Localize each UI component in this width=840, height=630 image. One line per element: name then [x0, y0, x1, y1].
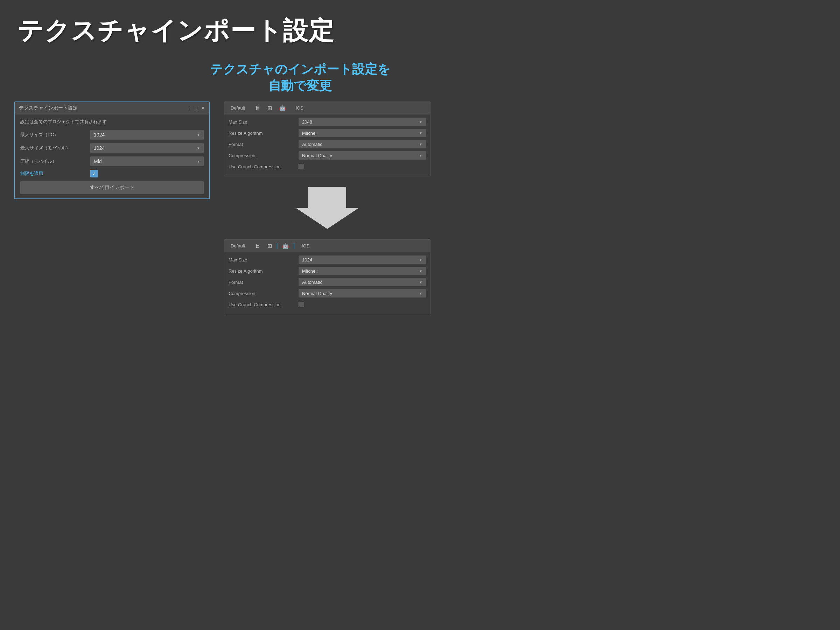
dropdown-arrow: ▼	[419, 280, 422, 284]
max-size-pc-row: 最大サイズ（PC） 1024 ▼	[20, 130, 204, 140]
resize-algo-after-label: Resize Algorithm	[229, 268, 298, 274]
crunch-before-row: Use Crunch Compression	[229, 162, 426, 171]
format-before-label: Format	[229, 142, 298, 147]
resize-algo-before-row: Resize Algorithm Mitchell ▼	[229, 128, 426, 137]
crunch-after-label: Use Crunch Compression	[229, 302, 298, 307]
texture-rows-before: Max Size 2048 ▼ Resize Algorithm Mitchel…	[224, 114, 430, 176]
reimport-button[interactable]: すべて再インポート	[20, 181, 204, 194]
dialog-title: テクスチャインポート設定	[19, 105, 78, 111]
arrow-down-icon	[296, 187, 359, 229]
subtitle: テクスチャのインポート設定を 自動で変更	[210, 61, 390, 94]
dialog-controls: ⋮ □ ✕	[188, 105, 205, 111]
tab-default-after[interactable]: Default	[228, 242, 248, 250]
compression-mobile-select[interactable]: Mid ▼	[90, 156, 204, 166]
tab-ios-after[interactable]: iOS	[299, 242, 313, 250]
right-section: Default 🖥 ⊞ 🤖 iOS Max Size 2048 ▼ Resize…	[224, 101, 431, 314]
compression-before-label: Compression	[229, 153, 298, 158]
max-size-pc-label: 最大サイズ（PC）	[20, 132, 90, 138]
dropdown-arrow: ▼	[419, 142, 422, 146]
max-size-pc-select[interactable]: 1024 ▼	[90, 130, 204, 140]
tab-win-icon-after[interactable]: ⊞	[267, 243, 272, 249]
texture-panel-before: Default 🖥 ⊞ 🤖 iOS Max Size 2048 ▼ Resize…	[224, 101, 431, 177]
tab-android-icon-before[interactable]: 🤖	[279, 105, 286, 111]
close-icon[interactable]: ✕	[201, 105, 205, 111]
compression-mobile-label: 圧縮（モバイル）	[20, 158, 90, 164]
tab-ios-before[interactable]: iOS	[293, 104, 306, 112]
dialog-titlebar: テクスチャインポート設定 ⋮ □ ✕	[15, 102, 209, 114]
tab-separator-left: |	[276, 242, 278, 249]
dropdown-arrow: ▼	[419, 154, 422, 158]
maximize-icon[interactable]: □	[195, 105, 198, 111]
texture-tabs-after: Default 🖥 ⊞ | 🤖 | iOS	[224, 240, 430, 253]
crunch-before-checkbox[interactable]	[298, 164, 304, 169]
more-icon[interactable]: ⋮	[188, 105, 193, 111]
dropdown-arrow: ▼	[419, 120, 422, 124]
max-size-before-label: Max Size	[229, 119, 298, 125]
dropdown-arrow: ▼	[197, 146, 200, 150]
resize-algo-before-label: Resize Algorithm	[229, 131, 298, 136]
dialog-body: 設定は全てのプロジェクトで共有されます 最大サイズ（PC） 1024 ▼ 最大サ…	[15, 114, 209, 199]
crunch-before-label: Use Crunch Compression	[229, 164, 298, 169]
tab-separator-right: |	[293, 242, 295, 249]
format-after-row: Format Automatic ▼	[229, 278, 426, 287]
max-size-mobile-row: 最大サイズ（モバイル） 1024 ▼	[20, 143, 204, 153]
max-size-mobile-label: 最大サイズ（モバイル）	[20, 145, 90, 151]
dropdown-arrow: ▼	[419, 292, 422, 295]
max-size-after-label: Max Size	[229, 257, 298, 262]
page-title: テクスチャインポート設定	[17, 14, 335, 47]
apply-limits-row: 制限を適用 ✓	[20, 170, 204, 177]
resize-algo-before-select[interactable]: Mitchell ▼	[298, 129, 426, 137]
format-before-row: Format Automatic ▼	[229, 140, 426, 149]
tab-pc-icon-before[interactable]: 🖥	[255, 105, 261, 111]
compression-after-select[interactable]: Normal Quality ▼	[298, 289, 426, 297]
dropdown-arrow: ▼	[197, 159, 200, 163]
crunch-after-checkbox[interactable]	[298, 302, 304, 307]
compression-before-select[interactable]: Normal Quality ▼	[298, 151, 426, 159]
dialog-subtitle: 設定は全てのプロジェクトで共有されます	[20, 118, 204, 125]
dropdown-arrow: ▼	[197, 133, 200, 137]
apply-limits-label[interactable]: 制限を適用	[20, 171, 90, 177]
resize-algo-after-row: Resize Algorithm Mitchell ▼	[229, 266, 426, 275]
tab-pc-icon-after[interactable]: 🖥	[255, 243, 261, 249]
max-size-mobile-select[interactable]: 1024 ▼	[90, 143, 204, 153]
compression-before-row: Compression Normal Quality ▼	[229, 151, 426, 160]
arrow-down-container	[224, 183, 431, 232]
tab-default-before[interactable]: Default	[228, 104, 248, 112]
dropdown-arrow: ▼	[419, 131, 422, 135]
texture-tabs-before: Default 🖥 ⊞ 🤖 iOS	[224, 102, 430, 114]
compression-after-label: Compression	[229, 291, 298, 296]
dialog-panel: テクスチャインポート設定 ⋮ □ ✕ 設定は全てのプロジェクトで共有されます 最…	[14, 101, 210, 199]
max-size-before-row: Max Size 2048 ▼	[229, 117, 426, 126]
compression-mobile-row: 圧縮（モバイル） Mid ▼	[20, 156, 204, 166]
resize-algo-after-select[interactable]: Mitchell ▼	[298, 267, 426, 275]
tab-win-icon-before[interactable]: ⊞	[267, 105, 272, 111]
crunch-after-row: Use Crunch Compression	[229, 300, 426, 309]
texture-rows-after: Max Size 1024 ▼ Resize Algorithm Mitchel…	[224, 253, 430, 314]
compression-after-row: Compression Normal Quality ▼	[229, 289, 426, 298]
apply-limits-checkbox[interactable]: ✓	[90, 170, 98, 177]
format-after-select[interactable]: Automatic ▼	[298, 278, 426, 286]
texture-panel-after: Default 🖥 ⊞ | 🤖 | iOS Max Size 1024 ▼ Re…	[224, 239, 431, 314]
tab-android-icon-after[interactable]: 🤖	[282, 243, 289, 249]
max-size-after-row: Max Size 1024 ▼	[229, 255, 426, 264]
dropdown-arrow: ▼	[419, 269, 422, 273]
max-size-after-select[interactable]: 1024 ▼	[298, 256, 426, 264]
format-after-label: Format	[229, 279, 298, 285]
dropdown-arrow: ▼	[419, 258, 422, 262]
format-before-select[interactable]: Automatic ▼	[298, 140, 426, 148]
max-size-before-select[interactable]: 2048 ▼	[298, 118, 426, 126]
